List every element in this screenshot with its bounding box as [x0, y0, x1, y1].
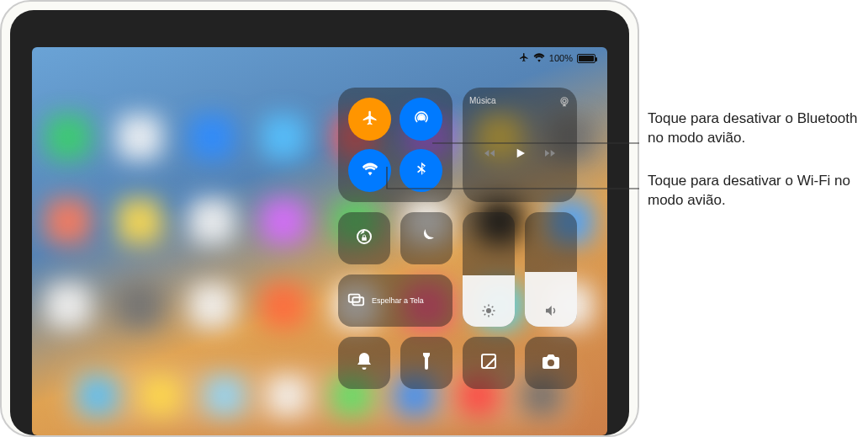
screen-mirror-icon [347, 290, 365, 312]
callout-bluetooth: Toque para desativar o Bluetooth no modo… [648, 109, 858, 148]
control-center: Música [338, 88, 577, 389]
ipad-frame: 100% [0, 0, 639, 437]
brightness-icon [481, 303, 496, 318]
airplane-mode-toggle[interactable] [348, 98, 391, 141]
battery-icon [577, 54, 595, 63]
rewind-button[interactable] [483, 147, 496, 163]
airplane-icon [362, 109, 378, 130]
flashlight-icon [416, 351, 437, 375]
do-not-disturb-toggle[interactable] [400, 212, 453, 264]
volume-icon [543, 303, 558, 318]
screen-mirror-button[interactable]: Espelhar a Tela [338, 274, 453, 327]
forward-button[interactable] [543, 147, 557, 163]
rotation-lock-toggle[interactable] [338, 212, 390, 264]
rotation-lock-icon [354, 226, 374, 250]
svg-rect-7 [482, 354, 495, 368]
screen-mirror-label: Espelhar a Tela [372, 296, 424, 306]
connectivity-tile[interactable] [338, 88, 453, 202]
bluetooth-icon [413, 161, 430, 181]
quick-note-button[interactable] [463, 337, 515, 389]
camera-button[interactable] [525, 337, 577, 389]
bell-icon [354, 351, 374, 375]
airplay-audio-icon[interactable] [558, 96, 570, 109]
airdrop-toggle[interactable] [400, 98, 442, 141]
status-bar: 100% [519, 52, 595, 64]
bluetooth-toggle[interactable] [400, 149, 442, 192]
wifi-status-icon [533, 53, 545, 64]
moon-icon [416, 226, 437, 250]
svg-point-0 [419, 115, 423, 120]
ipad-bezel: 100% [10, 10, 629, 435]
volume-slider[interactable] [525, 212, 577, 327]
ipad-screen: 100% [32, 47, 607, 435]
svg-rect-5 [349, 294, 360, 301]
camera-icon [541, 351, 561, 375]
music-tile[interactable]: Música [463, 88, 577, 202]
svg-point-4 [486, 308, 491, 313]
flashlight-button[interactable] [400, 337, 453, 389]
callout-wifi: Toque para desativar o Wi-Fi no modo avi… [648, 172, 858, 211]
airplane-status-icon [519, 52, 529, 64]
play-button[interactable] [513, 147, 527, 163]
svg-rect-6 [352, 297, 363, 305]
wifi-toggle[interactable] [348, 149, 391, 192]
wifi-icon [362, 161, 378, 181]
brightness-slider[interactable] [463, 212, 515, 327]
note-icon [479, 351, 499, 375]
callouts: Toque para desativar o Bluetooth no modo… [648, 109, 858, 234]
svg-point-2 [563, 99, 566, 103]
battery-percent: 100% [549, 53, 573, 63]
svg-point-1 [561, 98, 568, 104]
music-title: Música [469, 96, 496, 105]
airdrop-icon [413, 109, 430, 130]
silent-mode-toggle[interactable] [338, 337, 390, 389]
